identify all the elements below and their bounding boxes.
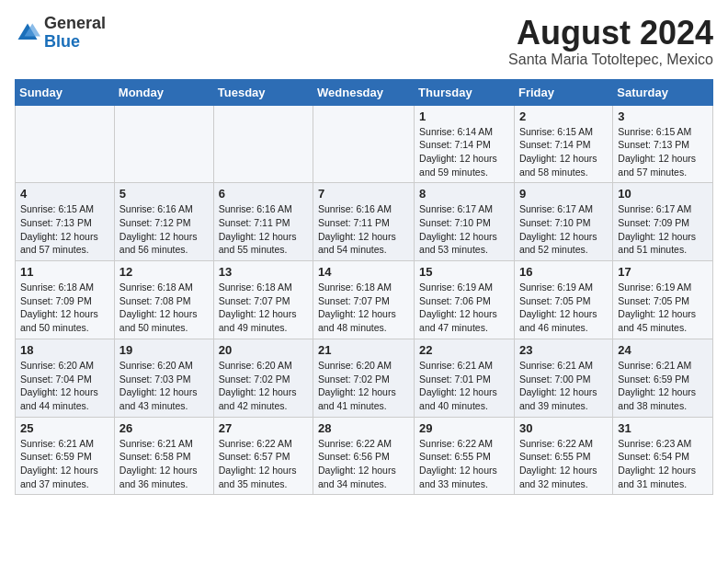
calendar-cell: 19Sunrise: 6:20 AM Sunset: 7:03 PM Dayli… (114, 339, 213, 417)
logo-general-text: General (44, 14, 106, 32)
calendar-header: SundayMondayTuesdayWednesdayThursdayFrid… (16, 79, 713, 105)
day-content: Sunrise: 6:19 AM Sunset: 7:05 PM Dayligh… (519, 281, 608, 335)
day-number: 19 (119, 343, 209, 357)
calendar-week-row: 25Sunrise: 6:21 AM Sunset: 6:59 PM Dayli… (16, 417, 713, 495)
page-header: General Blue August 2024 Santa Maria Tot… (15, 15, 713, 68)
day-number: 18 (20, 343, 109, 357)
calendar-cell: 18Sunrise: 6:20 AM Sunset: 7:04 PM Dayli… (16, 339, 115, 417)
calendar-cell: 26Sunrise: 6:21 AM Sunset: 6:58 PM Dayli… (114, 417, 213, 495)
day-number: 2 (519, 109, 608, 123)
day-content: Sunrise: 6:21 AM Sunset: 7:00 PM Dayligh… (519, 359, 608, 413)
day-content: Sunrise: 6:19 AM Sunset: 7:05 PM Dayligh… (618, 281, 708, 335)
day-number: 16 (519, 265, 608, 279)
day-content: Sunrise: 6:20 AM Sunset: 7:02 PM Dayligh… (219, 359, 308, 413)
calendar-table: SundayMondayTuesdayWednesdayThursdayFrid… (15, 79, 713, 496)
day-content: Sunrise: 6:15 AM Sunset: 7:13 PM Dayligh… (618, 125, 708, 179)
day-content: Sunrise: 6:20 AM Sunset: 7:03 PM Dayligh… (119, 359, 209, 413)
header-day: Friday (514, 79, 612, 105)
day-content: Sunrise: 6:22 AM Sunset: 6:57 PM Dayligh… (219, 437, 308, 491)
calendar-cell: 30Sunrise: 6:22 AM Sunset: 6:55 PM Dayli… (514, 417, 612, 495)
calendar-cell: 4Sunrise: 6:15 AM Sunset: 7:13 PM Daylig… (16, 183, 115, 261)
calendar-cell: 15Sunrise: 6:19 AM Sunset: 7:06 PM Dayli… (415, 261, 515, 339)
day-content: Sunrise: 6:21 AM Sunset: 6:59 PM Dayligh… (618, 359, 708, 413)
day-number: 25 (20, 421, 109, 435)
day-content: Sunrise: 6:20 AM Sunset: 7:04 PM Dayligh… (20, 359, 109, 413)
day-number: 24 (618, 343, 708, 357)
day-content: Sunrise: 6:16 AM Sunset: 7:11 PM Dayligh… (219, 202, 308, 257)
header-day: Thursday (415, 79, 515, 105)
calendar-cell: 11Sunrise: 6:18 AM Sunset: 7:09 PM Dayli… (16, 261, 115, 339)
month-year-title: August 2024 (508, 15, 713, 52)
calendar-cell (114, 105, 213, 183)
day-content: Sunrise: 6:18 AM Sunset: 7:08 PM Dayligh… (119, 281, 209, 335)
day-number: 8 (419, 187, 509, 201)
calendar-week-row: 11Sunrise: 6:18 AM Sunset: 7:09 PM Dayli… (16, 261, 713, 339)
header-day: Tuesday (213, 79, 313, 105)
day-content: Sunrise: 6:17 AM Sunset: 7:09 PM Dayligh… (618, 202, 708, 257)
calendar-cell: 13Sunrise: 6:18 AM Sunset: 7:07 PM Dayli… (213, 261, 313, 339)
day-content: Sunrise: 6:15 AM Sunset: 7:13 PM Dayligh… (20, 202, 109, 257)
day-number: 26 (119, 421, 209, 435)
calendar-week-row: 1Sunrise: 6:14 AM Sunset: 7:14 PM Daylig… (16, 105, 713, 183)
calendar-cell (16, 105, 115, 183)
day-number: 15 (419, 265, 509, 279)
day-number: 1 (419, 109, 509, 123)
day-number: 31 (618, 421, 708, 435)
day-number: 10 (618, 187, 708, 201)
header-day: Sunday (16, 79, 115, 105)
day-number: 28 (318, 421, 409, 435)
day-content: Sunrise: 6:16 AM Sunset: 7:12 PM Dayligh… (119, 202, 209, 257)
calendar-week-row: 4Sunrise: 6:15 AM Sunset: 7:13 PM Daylig… (16, 183, 713, 261)
calendar-cell: 17Sunrise: 6:19 AM Sunset: 7:05 PM Dayli… (613, 261, 713, 339)
day-content: Sunrise: 6:18 AM Sunset: 7:07 PM Dayligh… (219, 281, 308, 335)
day-content: Sunrise: 6:18 AM Sunset: 7:09 PM Dayligh… (20, 281, 109, 335)
calendar-cell: 3Sunrise: 6:15 AM Sunset: 7:13 PM Daylig… (613, 105, 713, 183)
calendar-cell: 10Sunrise: 6:17 AM Sunset: 7:09 PM Dayli… (613, 183, 713, 261)
day-content: Sunrise: 6:22 AM Sunset: 6:55 PM Dayligh… (519, 437, 608, 491)
calendar-week-row: 18Sunrise: 6:20 AM Sunset: 7:04 PM Dayli… (16, 339, 713, 417)
calendar-cell: 1Sunrise: 6:14 AM Sunset: 7:14 PM Daylig… (415, 105, 515, 183)
location-subtitle: Santa Maria Totoltepec, Mexico (508, 52, 713, 68)
day-content: Sunrise: 6:14 AM Sunset: 7:14 PM Dayligh… (419, 125, 509, 179)
day-number: 13 (219, 265, 308, 279)
day-content: Sunrise: 6:22 AM Sunset: 6:56 PM Dayligh… (318, 437, 409, 491)
calendar-cell: 12Sunrise: 6:18 AM Sunset: 7:08 PM Dayli… (114, 261, 213, 339)
calendar-cell: 27Sunrise: 6:22 AM Sunset: 6:57 PM Dayli… (213, 417, 313, 495)
calendar-cell (213, 105, 313, 183)
calendar-cell: 5Sunrise: 6:16 AM Sunset: 7:12 PM Daylig… (114, 183, 213, 261)
calendar-cell: 16Sunrise: 6:19 AM Sunset: 7:05 PM Dayli… (514, 261, 612, 339)
calendar-cell: 6Sunrise: 6:16 AM Sunset: 7:11 PM Daylig… (213, 183, 313, 261)
day-content: Sunrise: 6:21 AM Sunset: 7:01 PM Dayligh… (419, 359, 509, 413)
day-number: 22 (419, 343, 509, 357)
logo-icon (15, 20, 40, 46)
day-content: Sunrise: 6:16 AM Sunset: 7:11 PM Dayligh… (318, 202, 409, 257)
day-content: Sunrise: 6:17 AM Sunset: 7:10 PM Dayligh… (519, 202, 608, 257)
calendar-cell: 22Sunrise: 6:21 AM Sunset: 7:01 PM Dayli… (415, 339, 515, 417)
calendar-cell: 31Sunrise: 6:23 AM Sunset: 6:54 PM Dayli… (613, 417, 713, 495)
day-number: 21 (318, 343, 409, 357)
day-content: Sunrise: 6:21 AM Sunset: 6:59 PM Dayligh… (20, 437, 109, 491)
day-number: 6 (219, 187, 308, 201)
day-number: 23 (519, 343, 608, 357)
day-content: Sunrise: 6:18 AM Sunset: 7:07 PM Dayligh… (318, 281, 409, 335)
day-content: Sunrise: 6:19 AM Sunset: 7:06 PM Dayligh… (419, 281, 509, 335)
day-number: 9 (519, 187, 608, 201)
day-number: 20 (219, 343, 308, 357)
calendar-cell: 28Sunrise: 6:22 AM Sunset: 6:56 PM Dayli… (313, 417, 415, 495)
calendar-cell: 2Sunrise: 6:15 AM Sunset: 7:14 PM Daylig… (514, 105, 612, 183)
day-number: 29 (419, 421, 509, 435)
title-block: August 2024 Santa Maria Totoltepec, Mexi… (508, 15, 713, 68)
calendar-cell: 21Sunrise: 6:20 AM Sunset: 7:02 PM Dayli… (313, 339, 415, 417)
day-content: Sunrise: 6:21 AM Sunset: 6:58 PM Dayligh… (119, 437, 209, 491)
day-number: 5 (119, 187, 209, 201)
day-number: 11 (20, 265, 109, 279)
logo: General Blue (15, 15, 106, 52)
header-row: SundayMondayTuesdayWednesdayThursdayFrid… (16, 79, 713, 105)
day-content: Sunrise: 6:20 AM Sunset: 7:02 PM Dayligh… (318, 359, 409, 413)
day-content: Sunrise: 6:15 AM Sunset: 7:14 PM Dayligh… (519, 125, 608, 179)
calendar-cell: 20Sunrise: 6:20 AM Sunset: 7:02 PM Dayli… (213, 339, 313, 417)
day-number: 14 (318, 265, 409, 279)
calendar-cell: 14Sunrise: 6:18 AM Sunset: 7:07 PM Dayli… (313, 261, 415, 339)
header-day: Saturday (613, 79, 713, 105)
day-number: 4 (20, 187, 109, 201)
